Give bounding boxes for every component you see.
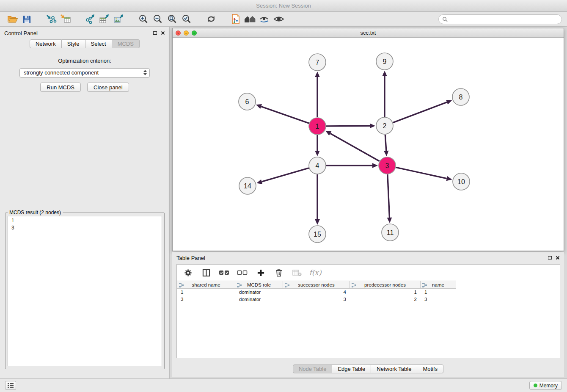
column-header-MCDS-role[interactable]: MCDS role [235,281,283,289]
graph-edge-3-11[interactable] [387,174,392,223]
export-image-button[interactable] [112,13,126,25]
tab-mcds[interactable]: MCDS [112,39,140,48]
visual-style-button[interactable] [257,13,272,25]
column-header-name[interactable]: name [421,281,456,289]
graph-edge-2-9[interactable] [382,71,387,117]
save-session-button[interactable] [19,13,34,25]
refresh-layout-icon [206,14,216,24]
column-header-successor-nodes[interactable]: successor nodes [283,281,350,289]
graph-edge-1-6[interactable] [256,104,309,123]
graph-node-11[interactable]: 11 [382,224,399,241]
table-cell: 2 [350,296,421,303]
task-history-button[interactable] [5,381,16,390]
graph-node-9[interactable]: 9 [376,53,393,70]
unchecked-boxes-icon [237,269,248,276]
column-header-shared-name[interactable]: shared name [177,281,235,289]
ndex-home-button[interactable] [243,13,257,25]
show-columns-button[interactable] [200,267,212,279]
open-session-button[interactable] [5,13,19,25]
table-row[interactable]: 1dominator411 [177,289,560,296]
graph-edge-4-14[interactable] [256,168,309,184]
import-table-icon [60,14,71,24]
task-list-icon [8,383,14,388]
zoom-out-icon [153,14,163,24]
zoom-in-button[interactable] [136,13,151,25]
search-input[interactable] [450,16,558,22]
graph-node-4[interactable]: 4 [309,157,326,174]
graph-edge-1-4[interactable] [315,135,320,156]
delete-table-button[interactable] [291,267,303,279]
close-window-icon[interactable]: × [176,30,181,36]
table-row[interactable]: 3dominator323 [177,296,560,303]
plus-icon [257,269,265,277]
run-mcds-button[interactable]: Run MCDS [40,83,81,92]
tab-style[interactable]: Style [62,39,85,48]
tab-network[interactable]: Network [30,39,62,48]
delete-column-button[interactable] [273,267,285,279]
graph-node-1[interactable]: 1 [309,118,326,135]
table-settings-button[interactable] [182,267,194,279]
network-window-titlebar[interactable]: × − + scc.txt [173,28,564,38]
float-table-panel-icon[interactable] [548,256,552,259]
export-table-button[interactable] [97,13,112,25]
zoom-in-icon [138,14,149,24]
graph-node-10[interactable]: 10 [453,173,470,190]
visual-style-icon [259,14,270,24]
import-table-button[interactable] [58,13,73,25]
zoom-selected-button[interactable] [179,13,194,25]
float-panel-icon[interactable] [153,31,157,35]
graph-edge-4-3[interactable] [326,163,378,168]
graph-node-3[interactable]: 3 [379,157,396,174]
close-panel-button[interactable]: Close panel [87,83,129,92]
home-houses-icon [244,14,256,24]
graph-edge-4-15[interactable] [315,174,320,225]
svg-text:11: 11 [387,229,394,236]
gear-icon [184,268,193,277]
zoom-out-button[interactable] [151,13,165,25]
function-builder-button[interactable]: f(x) [309,267,321,279]
graph-edge-1-7[interactable] [315,72,320,117]
graph-edge-1-2[interactable] [326,123,375,128]
apply-layout-button[interactable] [204,13,218,25]
table-cell: 3 [177,296,235,303]
graph-node-2[interactable]: 2 [376,117,393,134]
mcds-result-text[interactable]: 1 3 [8,216,162,366]
memory-button[interactable]: Memory [529,381,562,390]
add-column-button[interactable] [255,267,267,279]
select-all-button[interactable] [218,267,230,279]
graph-edge-2-8[interactable] [393,100,452,123]
graph-node-6[interactable]: 6 [239,93,256,110]
tab-edge-table[interactable]: Edge Table [332,364,371,373]
minimize-window-icon[interactable]: − [184,30,189,36]
graph-node-15[interactable]: 15 [309,226,326,243]
maximize-window-icon[interactable]: + [192,30,197,36]
show-hide-button[interactable] [272,13,286,25]
control-panel-tabs: NetworkStyleSelectMCDS [0,39,169,48]
deselect-all-button[interactable] [237,267,248,279]
graph-edge-3-1[interactable] [325,131,380,161]
graph-node-14[interactable]: 14 [239,177,256,194]
import-network-icon [46,14,57,24]
graph-edge-3-10[interactable] [396,167,452,181]
graph-edge-2-3[interactable] [384,135,389,156]
graph-node-7[interactable]: 7 [309,54,326,71]
column-header-predecessor-nodes[interactable]: predecessor nodes [350,281,421,289]
column-tree-icon [285,283,289,287]
network-canvas[interactable]: 7968124314101511 [173,38,564,251]
criterion-dropdown[interactable]: strongly connected component [19,68,150,77]
graph-node-8[interactable]: 8 [452,88,469,105]
column-tree-icon [352,283,356,287]
tab-select[interactable]: Select [85,39,112,48]
zoom-fit-button[interactable] [165,13,179,25]
export-network-button[interactable] [83,13,97,25]
close-panel-icon[interactable] [161,31,165,35]
tab-network-table[interactable]: Network Table [371,364,417,373]
close-table-panel-icon[interactable] [556,256,560,260]
table-cell: 4 [283,289,350,296]
import-network-button[interactable] [44,13,58,25]
network-file-button[interactable] [228,13,243,25]
column-tree-icon [179,283,184,287]
tab-node-table[interactable]: Node Table [293,364,333,373]
search-box[interactable] [438,14,562,24]
tab-motifs[interactable]: Motifs [417,364,443,373]
